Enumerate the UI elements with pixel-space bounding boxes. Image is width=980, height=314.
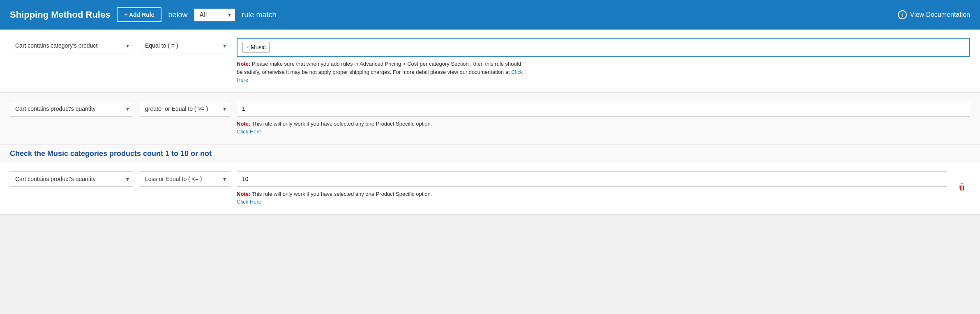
- note-label-1: Note:: [237, 61, 250, 67]
- operator-select-wrapper-3: Equal to ( = ) Not Equal to ( != ) Great…: [140, 171, 230, 187]
- note-link-3[interactable]: Click Here: [237, 199, 261, 205]
- rule-row-2: Cart contains category's product Cart co…: [0, 93, 980, 144]
- note-2: Note: This rule will only work if you ha…: [237, 120, 524, 136]
- note-link-2[interactable]: Click Here: [237, 128, 261, 135]
- rule-value-area-1: × Music Note: Please make sure that when…: [237, 38, 970, 84]
- annotation-text: Check the Music categories products coun…: [0, 144, 980, 163]
- note-body-1: Please make sure that when you add rules…: [237, 61, 521, 75]
- operator-select-wrapper-2: Equal to ( = ) Not Equal to ( != ) Great…: [140, 101, 230, 117]
- note-body-3: This rule will only work if you have sel…: [252, 191, 432, 197]
- rule-value-area-3: Note: This rule will only work if you ha…: [237, 171, 947, 206]
- match-type-select[interactable]: All Any: [194, 9, 235, 21]
- trash-icon: [957, 182, 967, 192]
- tag-input-1[interactable]: × Music: [237, 38, 970, 57]
- rule-value-area-2: Note: This rule will only work if you ha…: [237, 101, 970, 136]
- below-text: below: [168, 11, 187, 19]
- info-icon: i: [898, 10, 907, 19]
- view-docs-label: View Documentation: [910, 11, 970, 18]
- condition-select-wrapper-3: Cart contains category's product Cart co…: [10, 171, 133, 187]
- tag-music: × Music: [242, 42, 270, 53]
- page-title: Shipping Method Rules: [10, 9, 110, 20]
- tag-label: Music: [251, 44, 266, 50]
- note-3: Note: This rule will only work if you ha…: [237, 190, 524, 206]
- number-input-2[interactable]: [237, 101, 970, 117]
- tag-remove-icon[interactable]: ×: [246, 44, 249, 50]
- condition-select-wrapper-2: Cart contains category's product Cart co…: [10, 101, 133, 117]
- condition-select-3[interactable]: Cart contains category's product Cart co…: [10, 171, 133, 187]
- note-label-2: Note:: [237, 121, 250, 127]
- view-documentation-link[interactable]: i View Documentation: [898, 10, 970, 19]
- main-content: Cart contains category's product Cart co…: [0, 30, 980, 215]
- condition-select-1[interactable]: Cart contains category's product Cart co…: [10, 38, 133, 53]
- operator-select-3[interactable]: Equal to ( = ) Not Equal to ( != ) Great…: [140, 171, 230, 187]
- rule-row-3: Cart contains category's product Cart co…: [0, 163, 980, 215]
- note-body-2: This rule will only work if you have sel…: [252, 121, 432, 127]
- number-input-3[interactable]: [237, 171, 947, 187]
- condition-select-2[interactable]: Cart contains category's product Cart co…: [10, 101, 133, 117]
- add-rule-button[interactable]: + Add Rule: [117, 7, 161, 22]
- rule-row-1: Cart contains category's product Cart co…: [0, 30, 980, 93]
- operator-select-wrapper-1: Equal to ( = ) Not Equal to ( != ) Great…: [140, 38, 230, 53]
- note-label-3: Note:: [237, 191, 250, 197]
- operator-select-2[interactable]: Equal to ( = ) Not Equal to ( != ) Great…: [140, 101, 230, 117]
- rule-match-text: rule match: [242, 11, 276, 19]
- operator-select-1[interactable]: Equal to ( = ) Not Equal to ( != ) Great…: [140, 38, 230, 53]
- page-header: Shipping Method Rules + Add Rule below A…: [0, 0, 980, 30]
- delete-rule-3-button[interactable]: [954, 179, 970, 198]
- match-select-wrapper: All Any: [194, 9, 235, 21]
- note-1: Note: Please make sure that when you add…: [237, 60, 524, 84]
- condition-select-wrapper-1: Cart contains category's product Cart co…: [10, 38, 133, 53]
